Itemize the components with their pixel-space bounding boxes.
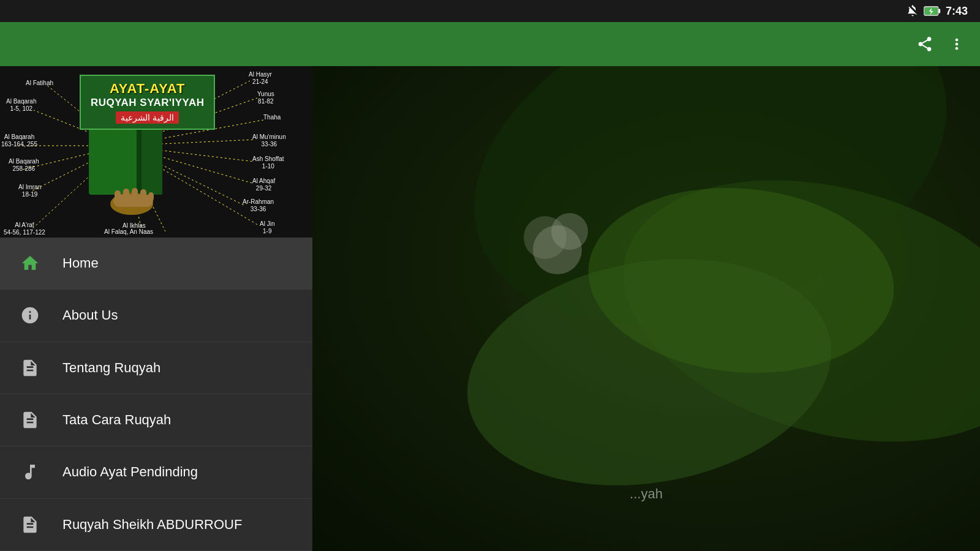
app-bar xyxy=(0,22,980,66)
home-icon xyxy=(17,250,43,276)
banner: AYAT-AYAT RUQYAH SYAR'IYYAH الرقية الشرع… xyxy=(0,66,312,238)
nav-label-about: About Us xyxy=(62,307,118,323)
svg-rect-43 xyxy=(312,66,980,551)
nav-label-audio: Audio Ayat Pendinding xyxy=(62,464,198,480)
status-bar: 7:43 xyxy=(0,0,980,22)
svg-rect-35 xyxy=(148,192,154,201)
sidebar: AYAT-AYAT RUQYAH SYAR'IYYAH الرقية الشرع… xyxy=(0,66,312,551)
nav-label-ruqyah: Ruqyah Sheikh ABDURROUF xyxy=(62,517,242,533)
svg-rect-34 xyxy=(140,189,146,200)
banner-title-sub: RUQYAH SYAR'IYYAH xyxy=(91,97,204,109)
content-text-overlay: ...yah xyxy=(312,486,980,502)
info-icon xyxy=(17,302,43,328)
surah-al-hasyr: Al Hasyr21-24 xyxy=(249,71,272,86)
battery-charging-icon xyxy=(924,5,941,17)
surah-yunus: Yunus81-82 xyxy=(257,91,274,105)
surah-ash-shoffat: Ash Shoffat1-10 xyxy=(252,156,284,170)
music-icon xyxy=(17,459,43,485)
surah-al-baqarah-3: Al Baqarah258-286 xyxy=(9,158,39,173)
nav-item-audio[interactable]: Audio Ayat Pendinding xyxy=(0,446,312,498)
surah-thaha: Thaha xyxy=(263,114,281,121)
notification-off-icon xyxy=(907,5,919,17)
banner-title-arabic: الرقية الشرعية xyxy=(116,111,179,124)
svg-rect-1 xyxy=(938,9,940,13)
nav-item-ruqyah[interactable]: Ruqyah Sheikh ABDURROUF xyxy=(0,499,312,551)
surah-al-jin: Al Jin1-9 xyxy=(260,220,274,235)
nav-item-tentang[interactable]: Tentang Ruqyah xyxy=(0,342,312,394)
surah-al-fatihah: Al Fatihah xyxy=(26,80,53,87)
surah-al-baqarah-1: Al Baqarah1-5, 102 xyxy=(6,98,36,113)
main-area: AYAT-AYAT RUQYAH SYAR'IYYAH الرقية الشرع… xyxy=(0,66,980,551)
nav-item-tata[interactable]: Tata Cara Ruqyah xyxy=(0,394,312,446)
nav-label-home: Home xyxy=(62,255,99,271)
surah-ar-rahman: Ar-Rahman33-36 xyxy=(243,198,274,213)
surah-al-araf: Al A'raf54-56, 117-122 xyxy=(4,222,45,236)
nav-label-tata: Tata Cara Ruqyah xyxy=(62,412,171,428)
svg-rect-33 xyxy=(132,188,138,199)
share-icon[interactable] xyxy=(916,36,933,53)
status-time: 7:43 xyxy=(946,5,968,18)
content-background: ...yah xyxy=(312,66,980,551)
surah-al-muminun: Al Mu'minun33-36 xyxy=(252,133,286,148)
doc-icon-tata xyxy=(17,407,43,433)
status-icons: 7:43 xyxy=(907,5,968,18)
surah-al-ahqaf: Al Ahqaf29-32 xyxy=(252,178,275,192)
svg-rect-32 xyxy=(123,189,129,200)
surah-al-falaq: Al Falaq, An Naas xyxy=(104,228,153,236)
surah-al-baqarah-2: Al Baqarah163-164, 255 xyxy=(1,133,37,148)
more-options-icon[interactable] xyxy=(948,36,965,53)
content-area: ...yah xyxy=(312,66,980,551)
doc-icon-tentang xyxy=(17,355,43,381)
banner-title: AYAT-AYAT RUQYAH SYAR'IYYAH الرقية الشرع… xyxy=(80,75,215,130)
nav-item-about[interactable]: About Us xyxy=(0,290,312,342)
nav-item-home[interactable]: Home xyxy=(0,238,312,290)
svg-rect-31 xyxy=(115,190,121,201)
surah-al-imran: Al Imran18-19 xyxy=(18,184,41,198)
nav-label-tentang: Tentang Ruqyah xyxy=(62,360,160,376)
doc-icon-ruqyah xyxy=(17,512,43,538)
banner-title-main: AYAT-AYAT xyxy=(91,81,204,97)
